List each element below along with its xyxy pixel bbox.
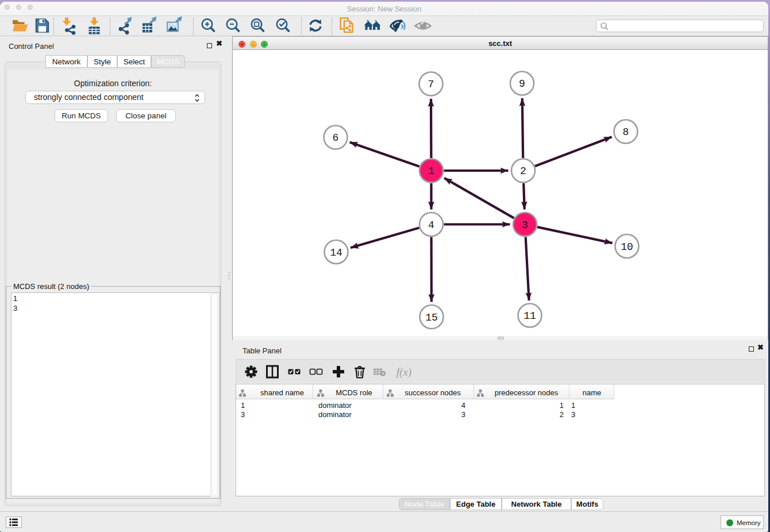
svg-text:10: 10	[621, 241, 633, 253]
svg-text:14: 14	[330, 247, 342, 259]
svg-text:15: 15	[425, 312, 438, 323]
svg-text:2: 2	[520, 165, 526, 177]
svg-text:3: 3	[522, 219, 528, 231]
svg-text:11: 11	[523, 310, 536, 322]
svg-text:4: 4	[428, 219, 434, 231]
svg-text:7: 7	[428, 79, 434, 90]
svg-text:f(x): f(x)	[396, 366, 411, 379]
svg-text:9: 9	[519, 78, 525, 90]
svg-text:6: 6	[333, 132, 339, 144]
svg-text:1: 1	[428, 165, 434, 177]
svg-text:8: 8	[623, 126, 629, 138]
